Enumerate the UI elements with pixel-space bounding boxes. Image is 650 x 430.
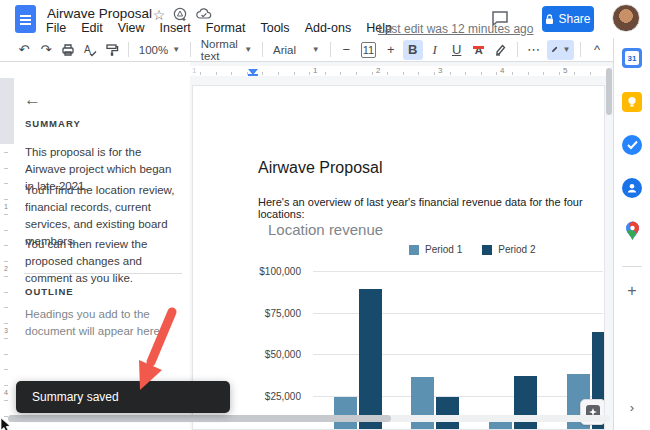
- more-options-button[interactable]: ⋯: [523, 40, 543, 60]
- document-title[interactable]: Airwave Proposal: [47, 6, 152, 21]
- ruler-tick: [4, 354, 8, 355]
- document-page[interactable]: Airwave Proposal Here's an overview of l…: [192, 85, 605, 430]
- ruler-number: 1: [192, 66, 196, 75]
- google-maps-icon[interactable]: [622, 221, 642, 241]
- google-keep-icon[interactable]: [622, 92, 642, 112]
- ruler-tick: [543, 72, 544, 75]
- bold-button[interactable]: B: [403, 40, 423, 60]
- italic-button[interactable]: I: [425, 40, 445, 60]
- chart-title: Location revenue: [268, 221, 383, 238]
- ruler-tick: [247, 72, 248, 75]
- gridline: [313, 313, 603, 314]
- menu-insert[interactable]: Insert: [160, 21, 191, 35]
- panel-divider: [24, 273, 182, 274]
- ruler-tick: [216, 72, 217, 75]
- ruler-tick: [278, 72, 279, 75]
- ruler-tick: [4, 307, 8, 308]
- redo-icon[interactable]: ↷: [36, 40, 56, 60]
- bar-period2-group2: [436, 397, 459, 430]
- menu-file[interactable]: File: [46, 21, 66, 35]
- bar-period1-group2: [411, 377, 434, 430]
- ruler-tick: [4, 292, 8, 293]
- ruler-number: 5: [563, 66, 567, 75]
- highlight-color-icon[interactable]: [491, 40, 511, 60]
- menu-view[interactable]: View: [118, 21, 145, 35]
- ruler-tick: [4, 168, 8, 169]
- summary-paragraph: You can then review the proposed changes…: [25, 236, 181, 287]
- menu-tools[interactable]: Tools: [260, 21, 289, 35]
- ruler-tick: [403, 72, 404, 75]
- ruler-number: 4: [0, 389, 12, 396]
- undo-icon[interactable]: ↶: [14, 40, 34, 60]
- account-avatar[interactable]: [612, 4, 640, 32]
- zoom-select[interactable]: 100%▼: [135, 40, 184, 60]
- document-paragraph[interactable]: Here's an overview of last year's financ…: [258, 196, 604, 220]
- hide-side-panel-icon[interactable]: ›: [624, 400, 640, 415]
- y-axis-tick-label: $50,000: [258, 349, 301, 360]
- ruler-tick: [231, 72, 232, 75]
- font-select[interactable]: Arial▼: [269, 40, 324, 60]
- font-size-input[interactable]: 11: [361, 42, 375, 58]
- paint-format-icon[interactable]: [102, 40, 122, 60]
- chart[interactable]: Location revenue Period 1 Period 2 $100,…: [258, 221, 603, 430]
- add-addon-button[interactable]: +: [622, 282, 642, 300]
- top-bar: Airwave Proposal ☆ File Edit View Insert…: [0, 0, 650, 38]
- bar-period1-group1: [334, 397, 357, 430]
- back-arrow-icon[interactable]: ←: [24, 90, 41, 110]
- chevron-down-icon: ▼: [244, 45, 252, 54]
- decrease-font-size-button[interactable]: −: [336, 40, 356, 60]
- ruler-number: 3: [438, 66, 442, 75]
- google-calendar-icon[interactable]: 31: [622, 48, 642, 68]
- vertical-ruler[interactable]: 1234: [0, 62, 14, 430]
- ruler-tick: [356, 72, 357, 75]
- ruler-tick: [4, 214, 8, 215]
- ruler-tick: [262, 72, 263, 75]
- google-tasks-icon[interactable]: [622, 135, 642, 155]
- share-button[interactable]: Share: [542, 6, 594, 32]
- ruler-tick: [372, 72, 373, 75]
- docs-logo-icon[interactable]: [15, 5, 36, 33]
- document-heading[interactable]: Airwave Proposal: [258, 159, 383, 177]
- ruler-tick: [4, 385, 8, 386]
- ruler-tick: [481, 72, 482, 75]
- spell-check-icon[interactable]: A: [80, 40, 100, 60]
- ruler-tick: [309, 72, 310, 75]
- google-contacts-icon[interactable]: [622, 178, 642, 198]
- legend-label-period-2: Period 2: [498, 244, 535, 255]
- ruler-number: 1: [313, 66, 317, 75]
- ruler-tick: [496, 72, 497, 75]
- ruler-tick: [4, 199, 8, 200]
- chevron-down-icon: ▼: [312, 45, 320, 54]
- ruler-tick: [465, 72, 466, 75]
- editing-mode-button[interactable]: ▼: [547, 40, 574, 60]
- ruler-tick: [294, 72, 295, 75]
- underline-button[interactable]: U: [447, 40, 467, 60]
- ruler-tick: [4, 245, 8, 246]
- ruler-number: 2: [0, 265, 12, 272]
- comment-history-icon[interactable]: [490, 8, 514, 32]
- outline-heading: OUTLINE: [25, 286, 74, 297]
- print-icon[interactable]: [58, 40, 78, 60]
- increase-font-size-button[interactable]: +: [381, 40, 401, 60]
- ruler-number: 1: [0, 203, 12, 210]
- formatting-toolbar: ↶ ↷ A 100%▼ Normal text▼ Arial▼ − 11 + B…: [0, 38, 613, 62]
- toast-notification: Summary saved: [16, 381, 230, 413]
- mouse-cursor: [0, 418, 12, 430]
- side-apps-panel: 31 + ›: [613, 38, 650, 430]
- ruler-tick: [340, 72, 341, 75]
- ruler-number: 3: [0, 327, 12, 334]
- summary-heading: SUMMARY: [25, 118, 81, 129]
- horizontal-ruler[interactable]: 112345: [190, 66, 610, 76]
- y-axis-tick-label: $25,000: [258, 391, 301, 402]
- left-indent-marker[interactable]: [248, 74, 258, 76]
- text-color-button[interactable]: A: [469, 40, 489, 60]
- menu-edit[interactable]: Edit: [81, 21, 103, 35]
- horizontal-scrollbar-thumb[interactable]: [8, 415, 391, 422]
- collapse-toolbar-button[interactable]: ^: [587, 40, 607, 60]
- menu-format[interactable]: Format: [206, 21, 246, 35]
- ruler-tick: [387, 72, 388, 75]
- vertical-scrollbar-thumb[interactable]: [606, 68, 612, 115]
- menu-addons[interactable]: Add-ons: [305, 21, 352, 35]
- paragraph-style-select[interactable]: Normal text▼: [197, 40, 256, 60]
- ruler-tick: [418, 72, 419, 75]
